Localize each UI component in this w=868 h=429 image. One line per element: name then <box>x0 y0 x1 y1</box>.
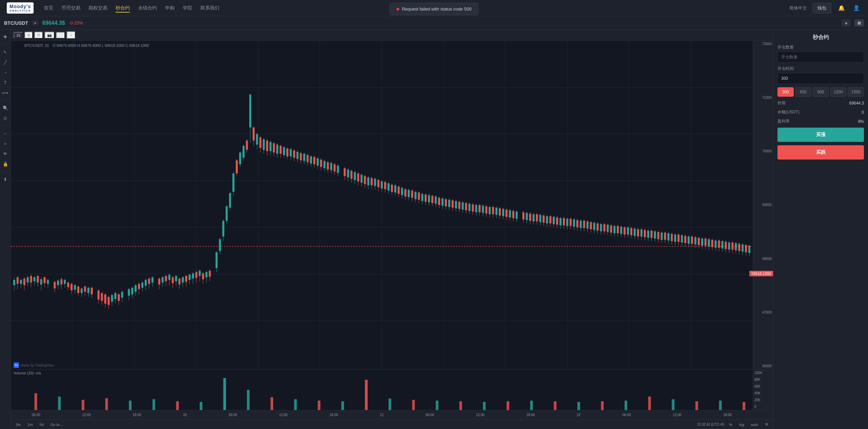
bell-icon[interactable]: 🔔 <box>837 3 846 13</box>
x-label-1800: 18:00 <box>133 413 141 417</box>
candlestick-chart[interactable]: BTC/USDT, 15 O 69675.6000 H 69675.6000 L… <box>11 41 773 369</box>
tool-draw-ray[interactable]: → <box>1 68 9 76</box>
chart-type-bar[interactable]: ▦ <box>854 19 864 26</box>
cf-goto[interactable]: Go to... <box>48 422 65 427</box>
tool-lock[interactable]: 🔒 <box>1 160 9 168</box>
nav-options[interactable]: 期权交易 <box>88 4 107 13</box>
error-message: Request failed with status code 500 <box>402 6 471 12</box>
x-label-0600c: 06:00 <box>426 413 434 417</box>
time-btn-600[interactable]: 600 <box>795 87 811 97</box>
nav-home[interactable]: 首页 <box>44 4 53 13</box>
svg-rect-414 <box>705 239 707 246</box>
x-labels: 06:00 12:00 18:00 20 06:00 12:00 18:00 2… <box>11 413 753 417</box>
tf-fullscreen[interactable]: ⛶ <box>56 32 65 39</box>
svg-rect-124 <box>205 272 208 277</box>
sell-button[interactable]: 买跌 <box>777 145 864 160</box>
svg-rect-324 <box>553 217 555 224</box>
rp-open-qty-input[interactable] <box>777 52 864 62</box>
cf-tf-3m[interactable]: 3m <box>14 422 23 427</box>
svg-rect-84 <box>135 285 137 292</box>
tf-compare[interactable]: ＋ <box>66 31 76 39</box>
nav-spot[interactable]: 币币交易 <box>61 4 80 13</box>
volume-na: n/a <box>36 371 41 375</box>
tf-camera[interactable]: 📷 <box>44 32 55 39</box>
svg-rect-82 <box>131 288 133 294</box>
x-label-1800d: 18:00 <box>723 413 732 417</box>
svg-rect-434 <box>738 244 740 251</box>
svg-rect-368 <box>627 227 629 235</box>
wallet-button[interactable]: 钱包 <box>812 3 831 14</box>
nav-seconds[interactable]: 秒合约 <box>116 4 130 13</box>
nav-contact[interactable]: 联系我们 <box>200 4 219 13</box>
svg-rect-462 <box>507 401 509 410</box>
tf-indicators[interactable]: ⊕ <box>24 32 33 39</box>
x-label-1800b: 18:00 <box>330 413 338 417</box>
svg-rect-460 <box>459 401 462 410</box>
cf-tf-1m[interactable]: 1m <box>25 422 35 427</box>
chart-price-label: 69618.1000 <box>749 271 773 276</box>
svg-rect-372 <box>634 229 636 236</box>
svg-rect-426 <box>725 242 727 249</box>
tool-cursor[interactable]: ↖ <box>1 48 9 56</box>
nav-academy[interactable]: 学院 <box>183 4 192 13</box>
time-btn-1500[interactable]: 1500 <box>848 87 864 97</box>
svg-rect-320 <box>546 216 548 223</box>
logo[interactable]: Moody's ANALYTICS <box>7 2 34 14</box>
svg-rect-150 <box>253 128 255 141</box>
svg-rect-198 <box>334 164 336 171</box>
time-btn-300[interactable]: 300 <box>777 87 794 97</box>
rp-open-time-input[interactable] <box>777 73 864 84</box>
nav-perpetual[interactable]: 永续合约 <box>138 4 157 13</box>
svg-rect-326 <box>556 218 558 225</box>
buy-button[interactable]: 买涨 <box>777 128 864 142</box>
svg-rect-128 <box>216 252 218 268</box>
svg-rect-354 <box>603 224 605 231</box>
svg-rect-46 <box>64 280 66 284</box>
vol-y-100k: 100K <box>754 371 772 375</box>
svg-rect-38 <box>47 280 49 284</box>
svg-rect-436 <box>742 244 744 251</box>
svg-rect-392 <box>667 233 669 240</box>
time-btn-900[interactable]: 900 <box>813 87 829 97</box>
tool-magnet[interactable]: ⊙ <box>1 114 9 122</box>
tool-indicators[interactable]: ≈ <box>1 139 9 148</box>
time-btn-1200[interactable]: 1200 <box>830 87 846 97</box>
tf-15[interactable]: 15 <box>14 32 23 39</box>
svg-rect-44 <box>60 279 62 284</box>
tf-settings[interactable]: ⚙ <box>34 32 43 39</box>
svg-rect-164 <box>276 145 278 154</box>
cf-log[interactable]: log <box>737 422 746 427</box>
tool-measure[interactable]: ⟺ <box>1 89 9 97</box>
tool-eye[interactable]: 👁 <box>1 150 9 158</box>
svg-rect-92 <box>148 279 150 284</box>
cf-tf-5d[interactable]: 5d <box>38 422 46 427</box>
y-axis: 72000 71000 70000 69000 68000 67000 6600… <box>753 41 773 369</box>
cf-auto[interactable]: auto <box>749 422 760 427</box>
svg-rect-451 <box>247 390 250 410</box>
svg-rect-388 <box>660 232 663 240</box>
nav-ipo[interactable]: 申购 <box>165 4 175 13</box>
tool-draw-line[interactable]: ╱ <box>1 58 9 66</box>
cf-settings[interactable]: ⚙ <box>763 422 770 427</box>
lang-switch[interactable]: 简体中文 <box>789 5 807 11</box>
tool-nav-back[interactable]: ← <box>1 129 9 137</box>
error-toast: Request failed with status code 500 <box>389 3 478 15</box>
avatar-icon[interactable]: 👤 <box>852 3 861 13</box>
svg-rect-146 <box>246 141 248 150</box>
pair-name[interactable]: BTC/USDT <box>4 20 28 26</box>
tool-zoom[interactable]: 🔍 <box>1 104 9 112</box>
chart-footer: 3m 1m 5d Go to... 15:32:42 (UTC+8) % log… <box>11 419 773 429</box>
chart-type-candle[interactable]: ■ <box>842 20 850 26</box>
svg-rect-214 <box>364 176 366 184</box>
svg-rect-453 <box>294 399 297 410</box>
svg-rect-272 <box>462 202 464 209</box>
cf-percent[interactable]: % <box>727 422 734 427</box>
volume-svg <box>11 376 753 410</box>
svg-rect-170 <box>287 149 289 156</box>
tool-text[interactable]: T <box>1 78 9 87</box>
svg-rect-244 <box>414 192 416 199</box>
svg-rect-60 <box>87 288 90 293</box>
svg-rect-34 <box>40 279 42 284</box>
tool-expand[interactable]: ⬇ <box>1 175 9 183</box>
tool-crosshair[interactable]: ✚ <box>1 33 9 41</box>
